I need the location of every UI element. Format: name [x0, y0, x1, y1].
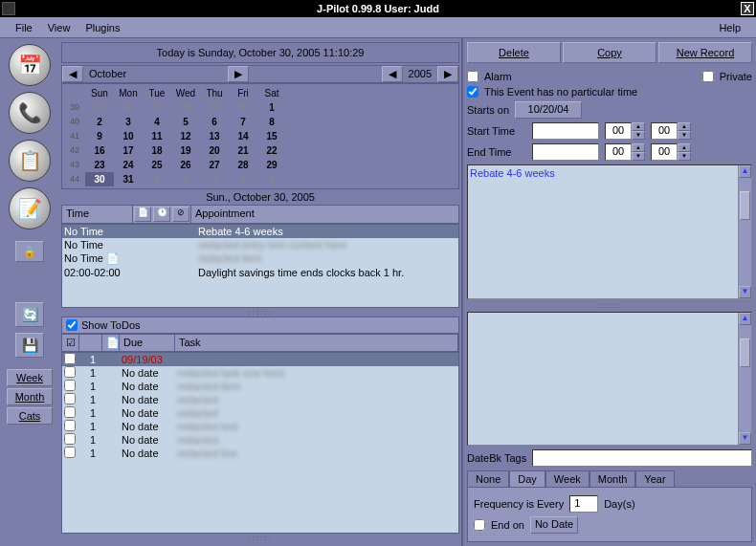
tab-none[interactable]: None	[467, 470, 509, 487]
start-hour-down[interactable]: ▼	[632, 131, 645, 140]
cats-button[interactable]: Cats	[7, 407, 53, 425]
show-todos-checkbox[interactable]	[66, 319, 78, 331]
todo-list[interactable]: 109/19/031No dateredacted task one here1…	[61, 352, 459, 534]
end-min-input[interactable]: 00	[651, 143, 678, 161]
start-hour-input[interactable]: 00	[605, 122, 632, 140]
note-filter-icon[interactable]: 📄	[134, 207, 151, 222]
tab-month[interactable]: Month	[589, 470, 636, 487]
menu-plugins[interactable]: Plugins	[78, 20, 127, 35]
calendar-day[interactable]: 30	[85, 172, 114, 186]
calendar-day[interactable]: 7	[229, 115, 257, 129]
todo-done-checkbox[interactable]	[64, 366, 81, 380]
backup-button[interactable]: 💾	[15, 333, 44, 358]
tab-day[interactable]: Day	[509, 470, 545, 487]
calendar-day[interactable]: 29	[257, 158, 286, 172]
appointment-row[interactable]: No TimeRebate 4-6 weeks	[62, 225, 458, 238]
pane-grip[interactable]: ::::::	[61, 308, 459, 317]
todo-done-checkbox[interactable]	[64, 433, 81, 447]
menu-file[interactable]: File	[8, 20, 40, 35]
alarm-checkbox[interactable]	[467, 71, 478, 82]
todo-row[interactable]: 1No dateredacted	[62, 393, 458, 406]
tab-week[interactable]: Week	[545, 470, 589, 487]
menu-help[interactable]: Help	[711, 20, 748, 35]
todo-done-checkbox[interactable]	[64, 380, 81, 393]
todo-row[interactable]: 109/19/03	[62, 353, 458, 366]
todo-done-checkbox[interactable]	[64, 353, 81, 366]
end-on-checkbox[interactable]	[474, 519, 485, 531]
end-hour-down[interactable]: ▼	[632, 152, 645, 161]
private-checkbox[interactable]	[702, 71, 714, 82]
calendar-day[interactable]: 23	[85, 158, 114, 172]
calendar-day[interactable]: 3	[114, 115, 143, 129]
calendar-day[interactable]: 2	[85, 115, 114, 129]
end-min-up[interactable]: ▲	[678, 143, 691, 152]
frequency-input[interactable]: 1	[569, 495, 598, 513]
calendar-day[interactable]: 4	[143, 115, 171, 129]
memo-icon[interactable]: 📝	[9, 187, 51, 229]
note-grip[interactable]: ::::::	[467, 301, 752, 310]
todo-row[interactable]: 1No dateredacted task one here	[62, 366, 458, 380]
start-min-up[interactable]: ▲	[678, 122, 691, 131]
prev-month-button[interactable]: ◀	[62, 66, 83, 82]
calendar-day[interactable]: 13	[200, 129, 229, 143]
calendar-day[interactable]: 27	[200, 158, 229, 172]
todo-row[interactable]: 1No dateredacted	[62, 433, 458, 447]
todo-row[interactable]: 1No dateredacted line	[62, 447, 458, 460]
next-year-button[interactable]: ▶	[437, 66, 458, 82]
alarm-filter-icon[interactable]: 🕐	[153, 207, 170, 222]
calendar-day[interactable]: 17	[114, 143, 143, 158]
end-time-input[interactable]	[532, 143, 599, 161]
calendar-day[interactable]: 1	[257, 100, 286, 115]
calendar-day[interactable]: 14	[229, 129, 257, 143]
calendar-day[interactable]: 11	[143, 129, 171, 143]
start-hour-up[interactable]: ▲	[632, 122, 645, 131]
week-view-button[interactable]: Week	[7, 369, 53, 386]
calendar-day[interactable]: 24	[114, 158, 143, 172]
calendar-day[interactable]: 30	[229, 100, 257, 115]
scrollbar-2[interactable]: ▲▼	[738, 313, 751, 446]
start-min-input[interactable]: 00	[651, 122, 678, 140]
calendar-day[interactable]: 16	[85, 143, 114, 158]
new-record-button[interactable]: New Record	[658, 42, 752, 63]
copy-button[interactable]: Copy	[563, 42, 656, 63]
appointment-row[interactable]: 02:00-02:00Daylight savings time ends cl…	[62, 266, 458, 279]
calendar-day[interactable]: 21	[229, 143, 257, 158]
calendar-day[interactable]: 18	[143, 143, 171, 158]
calendar-day[interactable]: 19	[171, 143, 200, 158]
start-time-input[interactable]	[532, 122, 599, 140]
todo-row[interactable]: 1No dateredacted text	[62, 420, 458, 433]
start-min-down[interactable]: ▼	[678, 131, 691, 140]
todo-done-checkbox[interactable]	[64, 447, 81, 460]
calendar-day[interactable]: 1	[143, 172, 171, 186]
pane-grip-bottom[interactable]: ::::::	[61, 534, 459, 542]
calendar-day[interactable]: 28	[171, 100, 200, 115]
repeat-filter-icon[interactable]: ⊘	[172, 207, 189, 222]
note-textarea[interactable]: ▲▼	[467, 312, 752, 447]
sync-button[interactable]: 🔄	[15, 302, 44, 327]
end-hour-up[interactable]: ▲	[632, 143, 645, 152]
end-hour-input[interactable]: 00	[605, 143, 632, 161]
calendar-day[interactable]: 29	[200, 100, 229, 115]
calendar-day[interactable]: 28	[229, 158, 257, 172]
todo-done-checkbox[interactable]	[64, 420, 81, 433]
appointment-row[interactable]: No Timeredacted entry text content here	[62, 238, 458, 251]
calendar-day[interactable]: 4	[229, 172, 257, 186]
starts-on-button[interactable]: 10/20/04	[515, 101, 582, 119]
calendar-day[interactable]: 2	[171, 172, 200, 186]
calendar-day[interactable]: 15	[257, 129, 286, 143]
month-view-button[interactable]: Month	[7, 388, 53, 405]
menu-view[interactable]: View	[40, 20, 78, 35]
description-textarea[interactable]: Rebate 4-6 weeks ▲▼	[467, 164, 752, 299]
calendar-day[interactable]: 31	[114, 172, 143, 186]
calendar-day[interactable]: 8	[257, 115, 286, 129]
calendar-day[interactable]: 25	[85, 100, 114, 115]
calendar-day[interactable]: 25	[143, 158, 171, 172]
address-icon[interactable]: 📞	[9, 92, 51, 134]
calendar-day[interactable]: 5	[171, 115, 200, 129]
calendar-day[interactable]: 9	[85, 129, 114, 143]
calendar-day[interactable]: 6	[200, 115, 229, 129]
datebk-input[interactable]	[532, 449, 752, 467]
calendar-day[interactable]: 20	[200, 143, 229, 158]
calendar-day[interactable]: 3	[200, 172, 229, 186]
calendar-day[interactable]: 12	[171, 129, 200, 143]
